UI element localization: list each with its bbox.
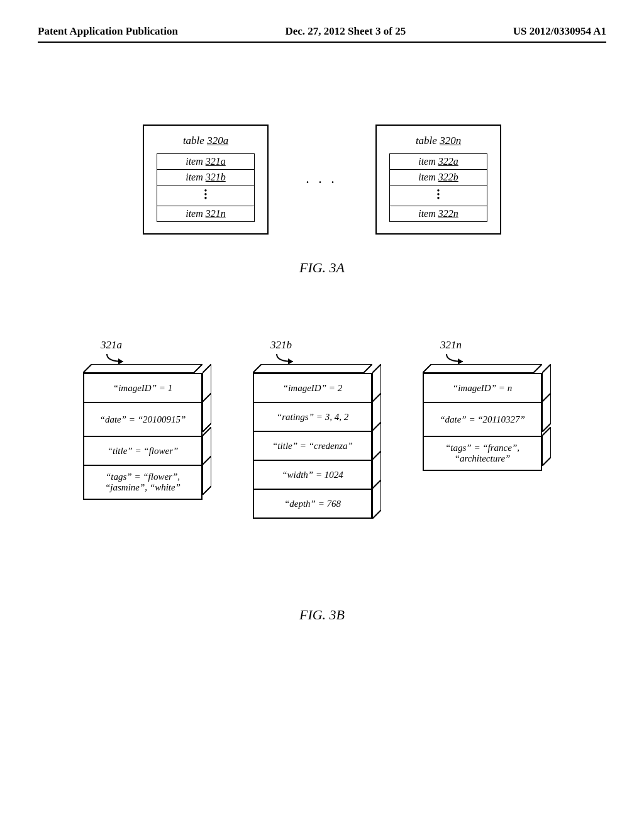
figure-3a: table 320a item 321a item 321b ••• item … (38, 124, 606, 276)
item-prefix: item (418, 208, 438, 219)
table-320a-title: table 320a (157, 135, 255, 147)
item-ref: 321b (206, 172, 226, 182)
vertical-ellipsis-icon: ••• (157, 185, 254, 206)
block-321a-label: 321a (101, 339, 221, 351)
block-row: “ratings” = 3, 4, 2 (253, 402, 372, 432)
block-row: “tags” = “flower”, “jasmine”, “white” (83, 465, 203, 500)
svg-marker-13 (542, 393, 551, 432)
block-row-text: “width” = 1024 (253, 460, 372, 490)
header-right: US 2012/0330954 A1 (513, 25, 606, 38)
header-center: Dec. 27, 2012 Sheet 3 of 25 (285, 25, 406, 38)
svg-marker-10 (372, 480, 381, 519)
table-320a: table 320a item 321a item 321b ••• item … (143, 124, 269, 235)
table-title-ref: 320a (207, 135, 228, 147)
item-ref: 322n (438, 208, 458, 219)
svg-marker-2 (203, 393, 211, 432)
table-320a-items: item 321a item 321b ••• item 321n (157, 153, 255, 222)
block-321n-label: 321n (440, 339, 561, 351)
block-321b-stack: “imageID” = 2 “ratings” = 3, 4, 2 “title… (253, 373, 391, 519)
block-row: “date” = “20100915” (83, 402, 203, 437)
item-322b: item 322b (390, 169, 487, 185)
item-ref: 321n (206, 208, 226, 219)
block-row-text: “imageID” = 2 (253, 373, 372, 403)
table-320n-items: item 322a item 322b ••• item 322n (389, 153, 487, 222)
block-row-text: “depth” = 768 (253, 489, 372, 519)
item-ref: 322a (438, 156, 458, 167)
block-321n-stack: “imageID” = n “date” = “20110327” “tags”… (423, 373, 561, 471)
block-row: “date” = “20110327” (423, 402, 542, 437)
item-prefix: item (418, 156, 438, 167)
fig3a-tables-row: table 320a item 321a item 321b ••• item … (38, 124, 606, 235)
block-row-text: “tags” = “flower”, “jasmine”, “white” (83, 465, 203, 500)
table-320n-title: table 320n (389, 135, 487, 147)
vertical-ellipsis-icon: ••• (390, 185, 487, 206)
svg-marker-0 (83, 364, 203, 373)
page-header: Patent Application Publication Dec. 27, … (38, 25, 606, 38)
item-prefix: item (186, 208, 206, 219)
block-row-text: “title” = “credenza” (253, 431, 372, 461)
block-row: “tags” = “france”, “architecture” (423, 436, 542, 471)
svg-marker-4 (203, 456, 211, 495)
block-row: “width” = 1024 (253, 460, 372, 490)
item-prefix: item (186, 156, 206, 167)
block-row-text: “ratings” = 3, 4, 2 (253, 402, 372, 432)
block-row-text: “imageID” = n (423, 373, 542, 403)
item-prefix: item (418, 172, 438, 182)
item-322n: item 322n (390, 206, 487, 221)
block-321n: 321n “imageID” = n “date” = “20110327” “… (423, 339, 561, 471)
horizontal-ellipsis-icon: . . . (306, 174, 338, 185)
item-ref: 321a (206, 156, 226, 167)
block-row-text: “date” = “20100915” (83, 402, 203, 437)
figure-3b: 321a “imageID” = 1 “date” = “20100915” “… (38, 339, 606, 519)
block-321a: 321a “imageID” = 1 “date” = “20100915” “… (83, 339, 221, 500)
table-320n: table 320n item 322a item 322b ••• item … (375, 124, 501, 235)
block-row: “title” = “credenza” (253, 431, 372, 461)
block-row: “title” = “flower” (83, 436, 203, 466)
item-322a: item 322a (390, 154, 487, 169)
block-row-text: “title” = “flower” (83, 436, 203, 466)
item-321n: item 321n (157, 206, 254, 221)
block-321b: 321b “imageID” = 2 “ratings” = 3, 4, 2 “… (253, 339, 391, 519)
block-321b-label: 321b (270, 339, 391, 351)
item-prefix: item (186, 172, 206, 182)
table-title-prefix: table (416, 135, 440, 147)
block-row-text: “tags” = “france”, “architecture” (423, 436, 542, 471)
item-321a: item 321a (157, 154, 254, 169)
block-row: “imageID” = 1 (83, 373, 203, 403)
block-row: “imageID” = n (423, 373, 542, 403)
table-title-ref: 320n (440, 135, 461, 147)
svg-marker-14 (542, 427, 551, 466)
item-ref: 322b (438, 172, 458, 182)
item-321b: item 321b (157, 169, 254, 185)
svg-marker-11 (423, 364, 542, 373)
block-row: “depth” = 768 (253, 489, 372, 519)
table-title-prefix: table (183, 135, 207, 147)
block-row: “imageID” = 2 (253, 373, 372, 403)
page-body: table 320a item 321a item 321b ••• item … (0, 43, 644, 830)
block-321a-stack: “imageID” = 1 “date” = “20100915” “title… (83, 373, 221, 500)
header-left: Patent Application Publication (38, 25, 178, 38)
block-row-text: “date” = “20110327” (423, 402, 542, 437)
block-row-text: “imageID” = 1 (83, 373, 203, 403)
fig3a-caption: FIG. 3A (38, 260, 606, 276)
fig3b-caption: FIG. 3B (38, 607, 606, 623)
svg-marker-5 (253, 364, 372, 373)
